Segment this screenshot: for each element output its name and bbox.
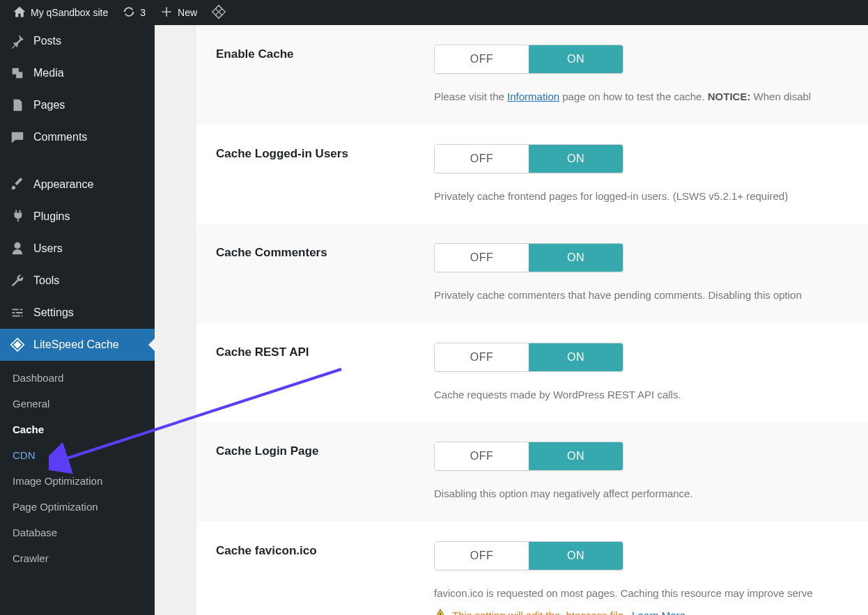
toggle-on[interactable]: ON [529,45,623,73]
sidebar-item-plugins[interactable]: Plugins [0,201,155,233]
toggle-off[interactable]: OFF [435,145,529,173]
toggle-on[interactable]: ON [529,343,623,371]
sidebar-item-label: Comments [33,131,87,143]
setting-description: favicon.ico is requested on most pages. … [434,586,868,602]
toggle-off[interactable]: OFF [435,542,529,570]
site-name-label: My qSandbox site [31,7,108,18]
sidebar-item-tools[interactable]: Tools [0,265,155,297]
setting-label: Cache Commenters [216,243,434,304]
diamond-icon [211,4,226,22]
sidebar-item-posts[interactable]: Posts [0,25,155,57]
setting-description: Please visit the Information page on how… [434,89,868,105]
setting-cache-login-page: Cache Login Page OFF ON Disabling this o… [196,422,868,522]
sidebar-item-media[interactable]: Media [0,57,155,89]
setting-cache-logged-in-users: Cache Logged-in Users OFF ON Privately c… [196,125,868,224]
sidebar-item-label: Plugins [33,210,70,223]
toggle-cache-favicon[interactable]: OFF ON [434,541,623,570]
pin-icon [10,33,25,49]
setting-cache-rest-api: Cache REST API OFF ON Cache requests mad… [196,323,868,423]
brush-icon [10,177,25,192]
setting-description: Cache requests made by WordPress REST AP… [434,387,868,403]
setting-label: Enable Cache [216,45,434,105]
learn-more-link[interactable]: Learn More [632,609,685,615]
setting-label: Cache REST API [216,343,434,403]
information-link[interactable]: Information [507,91,559,102]
sidebar-item-settings[interactable]: Settings [0,297,155,329]
litespeed-submenu: Dashboard General Cache CDN Image Optimi… [0,361,155,579]
toggle-on[interactable]: ON [529,244,623,272]
setting-label: Cache Logged-in Users [216,144,434,205]
setting-enable-cache: Enable Cache OFF ON Please visit the Inf… [196,25,868,125]
toggle-on[interactable]: ON [529,442,623,470]
new-label: New [178,7,197,18]
toggle-cache-commenters[interactable]: OFF ON [434,243,623,272]
diamond-icon [10,337,25,352]
sidebar-item-label: Pages [33,99,65,111]
sidebar-item-pages[interactable]: Pages [0,89,155,121]
toggle-off[interactable]: OFF [435,45,529,73]
plug-icon [10,209,25,224]
sidebar-item-label: Posts [33,35,61,47]
site-name-link[interactable]: My qSandbox site [6,0,115,25]
toggle-cache-login-page[interactable]: OFF ON [434,442,623,471]
toggle-off[interactable]: OFF [435,442,529,470]
toggle-off[interactable]: OFF [435,343,529,371]
submenu-image-optimization[interactable]: Image Optimization [0,468,155,494]
submenu-page-optimization[interactable]: Page Optimization [0,494,155,520]
sidebar-item-label: LiteSpeed Cache [33,338,119,351]
sidebar-item-label: Media [33,67,64,79]
home-icon [13,5,26,21]
updates-count: 3 [140,7,146,18]
setting-label: Cache Login Page [216,442,434,502]
submenu-dashboard[interactable]: Dashboard [0,365,155,391]
sidebar-item-label: Users [33,242,63,255]
plus-icon [160,5,173,21]
wrench-icon [10,273,25,288]
setting-description: Privately cache frontend pages for logge… [434,189,868,205]
toggle-cache-logged-in[interactable]: OFF ON [434,144,623,173]
sidebar-item-comments[interactable]: Comments [0,121,155,153]
toggle-cache-rest-api[interactable]: OFF ON [434,343,623,372]
user-icon [10,241,25,256]
setting-cache-favicon: Cache favicon.ico OFF ON favicon.ico is … [196,522,868,616]
sidebar-item-appearance[interactable]: Appearance [0,169,155,201]
warning-icon [434,608,447,615]
pages-icon [10,98,25,113]
sidebar-item-litespeed-cache[interactable]: LiteSpeed Cache [0,329,155,361]
setting-cache-commenters: Cache Commenters OFF ON Privately cache … [196,224,868,323]
toggle-off[interactable]: OFF [435,244,529,272]
sidebar-item-label: Appearance [33,178,93,191]
comment-icon [10,130,25,145]
setting-label: Cache favicon.ico [216,541,434,616]
toggle-on[interactable]: ON [529,145,623,173]
admin-sidebar: Posts Media Pages Comments Appearance Pl… [0,25,155,615]
sliders-icon [10,305,25,320]
submenu-crawler[interactable]: Crawler [0,545,155,571]
submenu-database[interactable]: Database [0,520,155,545]
admin-bar: My qSandbox site 3 New [0,0,868,25]
main-content: Enable Cache OFF ON Please visit the Inf… [155,25,868,615]
submenu-cdn[interactable]: CDN [0,442,155,468]
new-content-link[interactable]: New [153,0,204,25]
toggle-on[interactable]: ON [529,542,623,570]
updates-link[interactable]: 3 [115,0,153,25]
submenu-cache[interactable]: Cache [0,417,155,442]
toggle-enable-cache[interactable]: OFF ON [434,45,623,74]
notice-label: NOTICE: [708,91,751,102]
htaccess-warning: This setting will edit the .htaccess fil… [434,608,868,615]
setting-description: Privately cache commenters that have pen… [434,288,868,304]
media-icon [10,65,25,81]
warning-text: This setting will edit the .htaccess fil… [452,609,626,615]
setting-description: Disabling this option may negatively aff… [434,486,868,502]
submenu-general[interactable]: General [0,391,155,417]
sidebar-item-label: Tools [33,274,59,287]
sidebar-item-label: Settings [33,306,74,319]
litespeed-topbar-link[interactable] [204,0,233,25]
refresh-icon [122,5,136,21]
sidebar-item-users[interactable]: Users [0,233,155,265]
